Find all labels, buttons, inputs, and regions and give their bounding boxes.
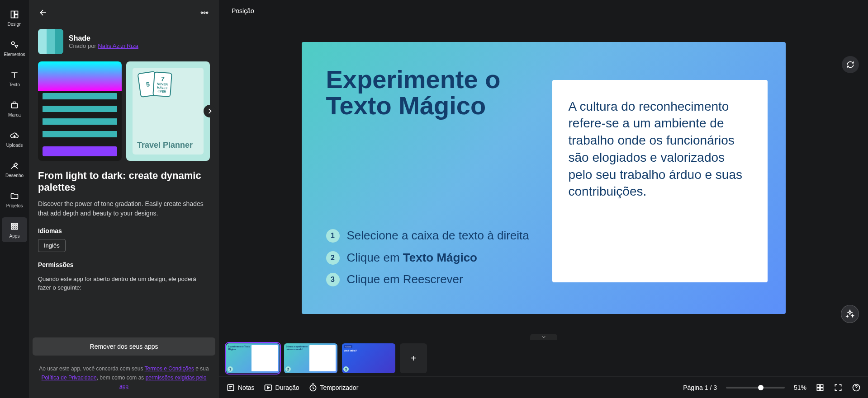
thumb-number: 2: [285, 366, 291, 372]
rail-elementos[interactable]: Elementos: [2, 36, 27, 61]
svg-rect-23: [821, 388, 823, 390]
app-header-row: Shade Criado por Nafis Azizi Riza: [34, 25, 213, 58]
rail-label: Apps: [9, 234, 20, 239]
permissions-text: Quando este app for aberto dentro de um …: [34, 273, 213, 298]
slide-title[interactable]: Experimente o Texto Mágico: [326, 66, 534, 120]
step-3[interactable]: 3 Clique em Reescrever: [326, 272, 534, 287]
app-panel: Shade Criado por Nafis Azizi Riza 5 7NEV…: [29, 0, 219, 398]
step-text: Selecione a caixa de texto à direita: [347, 228, 529, 243]
rail-marca[interactable]: Marca: [2, 96, 27, 121]
rail-label: Desenho: [5, 173, 24, 178]
rail-label: Texto: [9, 82, 20, 87]
svg-rect-12: [14, 228, 15, 229]
rail-projetos[interactable]: Projetos: [2, 187, 27, 212]
privacy-link[interactable]: Política de Privacidade: [42, 375, 97, 381]
refresh-button[interactable]: [842, 56, 859, 73]
zoom-slider[interactable]: [726, 387, 785, 389]
top-toolbar: Posição: [219, 0, 868, 22]
rail-label: Projetos: [6, 203, 23, 208]
svg-rect-1: [15, 11, 18, 14]
more-options-button[interactable]: [197, 5, 212, 20]
editor-main: Posição Experimente o Texto Mágico 1 Sel…: [219, 0, 868, 398]
layout-icon: [9, 9, 20, 20]
page-indicator[interactable]: Página 1 / 3: [683, 384, 717, 391]
brand-icon: [9, 100, 20, 111]
remove-app-button[interactable]: Remover dos seus apps: [33, 337, 215, 356]
timer-button[interactable]: Temporizador: [308, 383, 359, 392]
apps-grid-icon: [9, 221, 20, 232]
svg-rect-22: [817, 388, 820, 390]
app-meta: Shade Criado por Nafis Azizi Riza: [69, 34, 138, 49]
svg-rect-6: [14, 223, 15, 225]
position-button[interactable]: Posição: [226, 4, 260, 18]
thumb-number: 1: [228, 366, 233, 372]
thumbnail-1[interactable]: Experimente o Texto Mágico 1: [226, 343, 280, 373]
gallery-image-2[interactable]: 5 7NEVERHAVE I EVER Travel Planner: [126, 61, 210, 161]
thumb-number: 3: [343, 366, 349, 372]
language-chip: Inglês: [38, 239, 66, 252]
app-name: Shade: [69, 34, 138, 42]
back-button[interactable]: [36, 5, 51, 20]
fullscreen-button[interactable]: [834, 383, 843, 392]
slide-body-text: A cultura do reconhecimento refere-se a …: [569, 98, 751, 201]
svg-rect-20: [817, 384, 820, 387]
card-7: 7NEVERHAVE I EVER: [152, 71, 172, 97]
collapse-thumbnails-button[interactable]: [530, 334, 557, 340]
svg-point-16: [206, 12, 208, 13]
step-text: Clique em Texto Mágico: [347, 250, 477, 265]
draw-icon: [9, 160, 20, 171]
gallery-image-1[interactable]: [38, 61, 122, 161]
svg-rect-13: [16, 228, 17, 229]
travel-planner-text: Travel Planner: [137, 141, 199, 150]
app-description: Discover the power of tone gradation. Ea…: [34, 197, 213, 225]
duration-button[interactable]: Duração: [264, 383, 299, 392]
grid-view-button[interactable]: [816, 383, 825, 392]
step-2[interactable]: 2 Clique em Texto Mágico: [326, 250, 534, 265]
terms-link[interactable]: Termos e Condições: [145, 365, 194, 372]
slide-left: Experimente o Texto Mágico 1 Selecione a…: [326, 66, 534, 296]
languages-label: Idiomas: [34, 225, 213, 239]
rail-label: Uploads: [6, 143, 23, 148]
author-link[interactable]: Nafis Azizi Riza: [98, 42, 138, 49]
step-number: 1: [326, 229, 340, 243]
svg-rect-0: [11, 11, 14, 18]
panel-header: [29, 0, 219, 25]
app-headline: From light to dark: create dynamic palet…: [34, 164, 213, 197]
folder-icon: [9, 191, 20, 201]
svg-rect-2: [15, 15, 18, 18]
zoom-label[interactable]: 51%: [794, 384, 806, 391]
rail-uploads[interactable]: Uploads: [2, 126, 27, 151]
thumbnail-2[interactable]: Bônus: experimente outro comando! 2: [284, 343, 337, 373]
shapes-icon: [9, 39, 20, 50]
slide-text-box[interactable]: A cultura do reconhecimento refere-se a …: [552, 80, 768, 282]
rail-desenho[interactable]: Desenho: [2, 157, 27, 182]
help-button[interactable]: [852, 383, 861, 392]
app-author-line: Criado por Nafis Azizi Riza: [69, 42, 138, 49]
cloud-upload-icon: [9, 130, 20, 141]
step-1[interactable]: 1 Selecione a caixa de texto à direita: [326, 228, 534, 243]
rail-apps[interactable]: Apps: [2, 217, 27, 242]
svg-point-14: [201, 12, 203, 13]
svg-rect-5: [11, 223, 13, 225]
rail-design[interactable]: Design: [2, 5, 27, 30]
app-logo-icon: [38, 29, 63, 54]
thumbnail-strip: Experimente o Texto Mágico 1 Bônus: expe…: [219, 340, 868, 376]
slide[interactable]: Experimente o Texto Mágico 1 Selecione a…: [302, 42, 786, 314]
app-gallery: 5 7NEVERHAVE I EVER Travel Planner: [34, 58, 213, 164]
notes-button[interactable]: Notas: [226, 383, 255, 392]
svg-rect-21: [821, 384, 823, 387]
canvas-area[interactable]: Experimente o Texto Mágico 1 Selecione a…: [219, 22, 868, 334]
svg-rect-9: [14, 225, 15, 227]
svg-point-15: [204, 12, 205, 13]
add-page-button[interactable]: +: [400, 343, 427, 373]
svg-rect-11: [11, 228, 13, 229]
step-text: Clique em Reescrever: [347, 272, 463, 287]
panel-body: Shade Criado por Nafis Azizi Riza 5 7NEV…: [29, 25, 219, 334]
step-number: 3: [326, 273, 340, 286]
thumbnail-3[interactable]: TutorialVocê sabia? 3: [342, 343, 395, 373]
gallery-next-button[interactable]: [204, 105, 216, 117]
rail-texto[interactable]: Texto: [2, 66, 27, 91]
bottom-bar: Notas Duração Temporizador Página 1 / 3 …: [219, 376, 868, 398]
rail-label: Marca: [8, 112, 21, 117]
magic-ai-button[interactable]: [841, 305, 859, 323]
